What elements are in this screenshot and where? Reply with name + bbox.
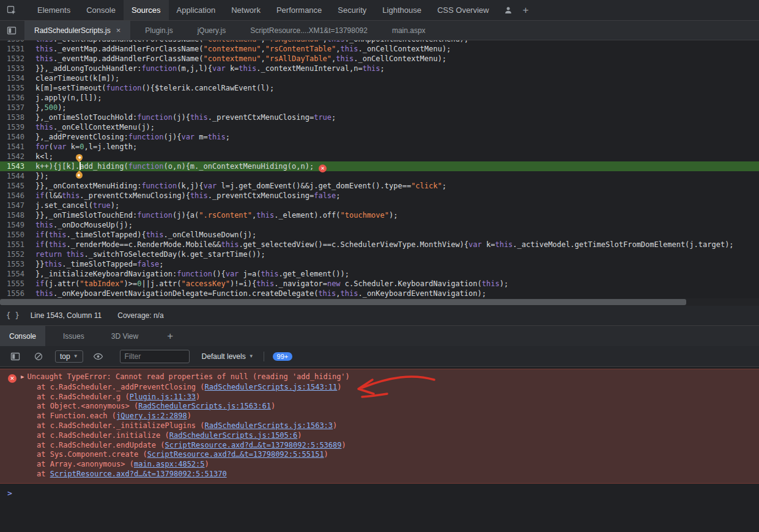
line-number[interactable]: 1542 [0, 152, 31, 161]
error-icon: ✕ [8, 374, 17, 383]
context-selector[interactable]: top ▼ [55, 350, 83, 363]
line-number[interactable]: 1556 [0, 289, 31, 298]
stack-source-link[interactable]: jQuery.js:2:2898 [116, 412, 187, 420]
scrollbar-thumb[interactable] [0, 299, 686, 305]
line-number[interactable]: 1531 [0, 44, 31, 54]
horizontal-scrollbar[interactable] [0, 298, 759, 306]
console-messages: ✕ ▶Uncaught TypeError: Cannot read prope… [0, 367, 759, 532]
console-sidebar-icon[interactable] [7, 349, 23, 364]
line-number[interactable]: 1532 [0, 54, 31, 64]
main-tab-sources[interactable]: Sources [124, 0, 169, 20]
pretty-print-button[interactable]: { } [6, 311, 20, 320]
line-number[interactable]: 1547 [0, 201, 31, 210]
main-tab-network[interactable]: Network [223, 0, 268, 20]
line-number[interactable]: 1546 [0, 191, 31, 201]
code-text: if(j.attr("tabIndex")>=0||j.attr("access… [31, 279, 508, 289]
code-text: }},_addLongTouchHandler:function(m,j,l){… [31, 64, 385, 73]
code-line-1532: 1532this._eventMap.addHandlerForClassNam… [0, 54, 759, 64]
line-number[interactable]: 1552 [0, 249, 31, 259]
code-editor[interactable]: 1530this._eventMap.addHandlerForClassNam… [0, 40, 759, 298]
stack-source-link[interactable]: ScriptResource.axd?d…&t=13798092:5:51370 [50, 470, 227, 478]
stack-source-link[interactable]: RadSchedulerScripts.js:1543:11 [205, 383, 338, 391]
main-tab-performance[interactable]: Performance [268, 0, 330, 20]
main-tab-console[interactable]: Console [78, 0, 124, 20]
stack-source-link[interactable]: ScriptResource.axd?d…&t=13798092:5:53689 [165, 441, 342, 449]
line-number[interactable]: 1555 [0, 279, 31, 289]
file-tab-jquery-js[interactable]: jQuery.js [188, 21, 235, 40]
line-number[interactable]: 1533 [0, 64, 31, 73]
stack-frame-text: at Object.<anonymous> ( [37, 402, 138, 410]
stack-frame-close: ) [205, 460, 209, 468]
main-tab-security[interactable]: Security [330, 0, 374, 20]
line-number[interactable]: 1550 [0, 230, 31, 240]
expand-triangle-icon[interactable]: ▶ [21, 372, 24, 382]
file-tab-radschedulerscripts-js[interactable]: RadSchedulerScripts.js× [24, 21, 130, 40]
add-drawer-tab-button[interactable]: + [161, 330, 179, 342]
issues-count-badge[interactable]: 99+ [273, 352, 293, 361]
stack-frame-text: at Array.<anonymous> ( [37, 460, 134, 468]
stack-source-link[interactable]: RadSchedulerScripts.js:1563:61 [138, 402, 271, 410]
stack-source-link[interactable]: RadSchedulerScripts.js:1505:6 [169, 431, 298, 440]
file-tab-main-aspx[interactable]: main.aspx [382, 21, 435, 40]
line-number[interactable]: 1539 [0, 122, 31, 132]
filter-input[interactable] [120, 350, 190, 363]
line-number[interactable]: 1554 [0, 269, 31, 279]
code-line-1553: 1553}}this._timeSlotTapped=false; [0, 259, 759, 269]
stack-source-link[interactable]: Plugin.js:11:33 [130, 393, 196, 401]
stack-source-link[interactable]: main.aspx:4852:5 [134, 460, 205, 468]
main-tab-css-overview[interactable]: CSS Overview [429, 0, 497, 20]
drawer-tab-issues[interactable]: Issues [54, 326, 94, 346]
main-tab-application[interactable]: Application [169, 0, 224, 20]
line-number[interactable]: 1548 [0, 210, 31, 220]
code-lines: 1530this._eventMap.addHandlerForClassNam… [0, 40, 759, 298]
main-tab-elements[interactable]: Elements [29, 0, 78, 20]
line-number[interactable]: 1551 [0, 240, 31, 249]
line-number[interactable]: 1544 [0, 171, 31, 181]
clear-console-icon[interactable] [31, 349, 46, 364]
file-tab-plugin-js[interactable]: Plugin.js [135, 21, 182, 40]
line-number[interactable]: 1553 [0, 259, 31, 269]
text-caret [80, 162, 81, 170]
code-line-1531: 1531this._eventMap.addHandlerForClassNam… [0, 44, 759, 54]
line-number[interactable]: 1543 [0, 161, 31, 171]
stack-frame-close: ) [342, 441, 346, 449]
drawer-tab-console[interactable]: Console [0, 326, 45, 346]
stack-frame-close: ) [187, 412, 191, 420]
code-line-1543: 1543k++){j[k].add_hiding(function(o,n){m… [0, 161, 759, 171]
stack-source-link[interactable]: RadSchedulerScripts.js:1563:3 [205, 421, 333, 430]
file-tab-label: Plugin.js [145, 26, 172, 35]
line-number[interactable]: 1538 [0, 113, 31, 122]
add-panel-button[interactable]: + [516, 4, 535, 17]
code-line-1534: 1534clearTimeout(k[m]); [0, 73, 759, 83]
line-number[interactable]: 1549 [0, 220, 31, 230]
close-tab-icon[interactable]: × [116, 26, 121, 35]
console-prompt[interactable]: > [0, 489, 759, 498]
stack-frame-close: ) [297, 431, 302, 440]
log-levels-dropdown[interactable]: Default levels ▼ [202, 352, 254, 361]
line-number[interactable]: 1540 [0, 132, 31, 142]
line-number[interactable]: 1534 [0, 73, 31, 83]
navigator-toggle-icon[interactable] [4, 23, 20, 39]
stack-frame: at Sys.Component.create (ScriptResource.… [0, 450, 759, 460]
inspect-icon[interactable] [4, 2, 20, 18]
line-number[interactable]: 1545 [0, 181, 31, 191]
stack-frame-close: ) [337, 383, 341, 391]
stack-source-link[interactable]: ScriptResource.axd?d…&t=13798092:5:55151 [147, 450, 324, 459]
line-number[interactable]: 1541 [0, 142, 31, 152]
code-line-1552: 1552return this._switchToSelectedDay(k.g… [0, 249, 759, 259]
line-number[interactable]: 1535 [0, 83, 31, 93]
main-tab-lighthouse[interactable]: Lighthouse [374, 0, 429, 20]
code-text: return this._switchToSelectedDay(k.get_s… [31, 249, 265, 259]
file-tab-scriptresource-xm1-t-13798092[interactable]: ScriptResource....XM1&t=13798092 [240, 21, 377, 40]
live-expression-eye-icon[interactable] [91, 349, 106, 364]
user-icon[interactable] [500, 2, 516, 18]
stack-frame-text: at Function.each ( [37, 412, 116, 420]
line-number[interactable]: 1537 [0, 103, 31, 113]
code-text: if(this._renderMode==c.RenderMode.Mobile… [31, 240, 734, 249]
drawer-tab-3d-view[interactable]: 3D View [102, 326, 147, 346]
code-text: k<l; [31, 152, 53, 161]
code-text: }},_onContextMenuHiding:function(k,j){va… [31, 181, 446, 191]
code-line-1544: 1544}); [0, 171, 759, 181]
console-error-message[interactable]: ✕ ▶Uncaught TypeError: Cannot read prope… [0, 369, 759, 484]
line-number[interactable]: 1536 [0, 93, 31, 103]
